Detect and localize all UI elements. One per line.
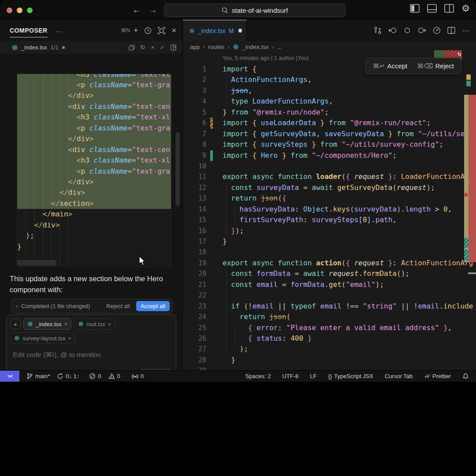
toggle-right-sidebar-icon[interactable] — [444, 4, 454, 13]
errors-item[interactable]: 0 — [89, 373, 101, 379]
pill-label: root.tsx — [86, 321, 105, 327]
line-number: 7 — [183, 129, 206, 139]
remote-indicator[interactable]: >< — [0, 371, 19, 382]
history-icon[interactable] — [144, 27, 152, 34]
accept-all-button[interactable]: Accept all — [136, 301, 170, 311]
accept-change-button[interactable]: ⌘↵Accept — [373, 62, 407, 70]
react-icon — [233, 44, 239, 50]
breadcrumb[interactable]: app › routes › _index.tsx › ... — [183, 41, 476, 53]
composer-menu-icon[interactable]: ⋯ — [56, 28, 63, 36]
code-line: 9import { Hero } from "~/components/Hero… — [183, 150, 476, 161]
editor-tab-index[interactable]: _index.tsx M — [183, 20, 247, 41]
code-area[interactable]: You, 5 minutes ago | 1 author (You) 1imp… — [183, 53, 476, 370]
command-search-input[interactable]: state-of-ai-windsurf — [164, 4, 346, 17]
split-editor-icon[interactable] — [447, 27, 455, 34]
diff-added-line: </div> — [17, 177, 171, 187]
run-file-icon[interactable] — [433, 26, 441, 34]
more-actions-icon[interactable]: ⋯ — [462, 26, 469, 35]
minimap-modified-column[interactable] — [464, 95, 469, 262]
language-mode-item[interactable]: {}TypeScript JSX — [328, 373, 373, 379]
toggle-left-sidebar-icon[interactable] — [410, 4, 420, 13]
line-number: 29 — [183, 365, 206, 370]
context-pill-index[interactable]: _index.tsx × — [23, 318, 71, 330]
line-number: 15 — [183, 215, 206, 225]
composer-file-tab[interactable]: _index.tsx 1/1 ↻ × ✓ — [0, 41, 182, 54]
composer-diff-preview[interactable]: <h3 className="text-xl <p className="tex… — [17, 74, 171, 267]
diff-added-line: <h3 className="text-xl — [17, 74, 171, 80]
code-line: 6import { useLoaderData } from "@remix-r… — [183, 118, 476, 128]
composer-scrollbar[interactable] — [175, 132, 180, 206]
compare-changes-icon[interactable] — [374, 26, 382, 34]
indentation-item[interactable]: Spaces: 2 — [245, 373, 271, 379]
code-line: 24 return json( — [183, 312, 476, 322]
reject-all-button[interactable]: Reject all — [106, 303, 130, 309]
line-number: 21 — [183, 279, 206, 290]
current-change-icon[interactable] — [404, 27, 411, 34]
warning-icon — [108, 373, 115, 379]
minimize-window-button[interactable] — [17, 7, 22, 13]
minimap-added-block — [464, 238, 469, 248]
line-number: 13 — [183, 193, 206, 204]
gutter — [210, 129, 213, 139]
context-pill-survey-layout[interactable]: survey-layout.tsx + — [10, 332, 75, 344]
diff-added-line: </div> — [17, 187, 171, 198]
sync-icon — [57, 373, 63, 379]
unsaved-dot[interactable] — [238, 29, 242, 33]
add-pill-icon[interactable]: + — [68, 335, 72, 342]
gutter — [210, 236, 213, 247]
context-pill-root[interactable]: root.tsx + — [74, 318, 115, 330]
add-pill-icon[interactable]: + — [108, 321, 112, 327]
back-arrow-icon[interactable]: ← — [130, 4, 143, 16]
next-change-icon[interactable] — [417, 26, 426, 34]
settings-gear-icon[interactable]: ⚙ — [461, 4, 470, 13]
diff-added-line: </div> — [17, 90, 171, 101]
previous-change-icon[interactable] — [388, 26, 397, 34]
remove-pill-icon[interactable]: × — [64, 321, 68, 327]
encoding-item[interactable]: UTF-8 — [282, 373, 298, 379]
copy-icon[interactable] — [129, 45, 135, 51]
gutter — [210, 74, 213, 85]
editor-tab-bar: _index.tsx M ⋯ — [183, 20, 476, 41]
horizontal-scrollbar[interactable] — [17, 260, 56, 265]
toggle-bottom-panel-icon[interactable] — [427, 4, 437, 13]
line-number: 19 — [183, 258, 206, 268]
prettier-item[interactable]: ✓✓Prettier — [424, 373, 451, 379]
forward-arrow-icon[interactable]: → — [147, 4, 159, 16]
chevron-right-icon[interactable]: › — [16, 303, 18, 309]
breadcrumb-routes[interactable]: routes — [208, 44, 225, 50]
gutter — [210, 182, 213, 193]
warnings-item[interactable]: 0 — [108, 373, 120, 379]
reject-file-icon[interactable]: × — [151, 44, 155, 51]
breadcrumb-app[interactable]: app — [190, 44, 200, 50]
maximize-window-button[interactable] — [27, 7, 33, 13]
gutter — [210, 64, 213, 74]
breadcrumb-symbol[interactable]: ... — [277, 44, 282, 50]
close-window-button[interactable] — [7, 7, 12, 13]
diff-added-line: <h3 className="text-xl — [17, 112, 171, 123]
git-branch-item[interactable]: main* — [26, 373, 50, 379]
notifications-bell-icon[interactable] — [462, 373, 469, 379]
react-icon — [11, 45, 18, 51]
minimap-deleted-column[interactable] — [469, 95, 476, 262]
add-context-button[interactable]: + — [10, 319, 21, 329]
diff-added-line: <div className="text-cen — [17, 101, 171, 112]
reapply-icon[interactable]: ↻ — [141, 44, 145, 51]
open-diff-icon[interactable] — [171, 45, 176, 51]
expand-composer-icon[interactable] — [158, 27, 165, 34]
breadcrumb-file[interactable]: _index.tsx — [242, 44, 269, 50]
title-bar: ← → state-of-ai-windsurf ⚙ — [0, 0, 476, 20]
cursor-tab-item[interactable]: Cursor Tab — [385, 373, 413, 379]
code-line: 20 const formData = await request.formDa… — [183, 268, 476, 279]
accept-file-icon[interactable]: ✓ — [160, 44, 165, 51]
git-sync-item[interactable]: 0↓ 1↑ — [57, 373, 79, 379]
close-composer-icon[interactable]: × — [171, 26, 176, 35]
search-value: state-of-ai-windsurf — [232, 7, 288, 14]
composer-prompt-placeholder[interactable]: Edit code (⌘I), @ to mention — [13, 351, 172, 359]
ports-item[interactable]: 0 — [132, 373, 144, 379]
code-line: 28 } — [183, 355, 476, 365]
new-composer-icon[interactable]: + — [134, 26, 138, 35]
traffic-lights — [7, 7, 33, 13]
eol-item[interactable]: LF — [310, 373, 316, 379]
braces-icon: {} — [328, 373, 332, 379]
reject-change-button[interactable]: ⌘⌫Reject — [417, 62, 454, 70]
